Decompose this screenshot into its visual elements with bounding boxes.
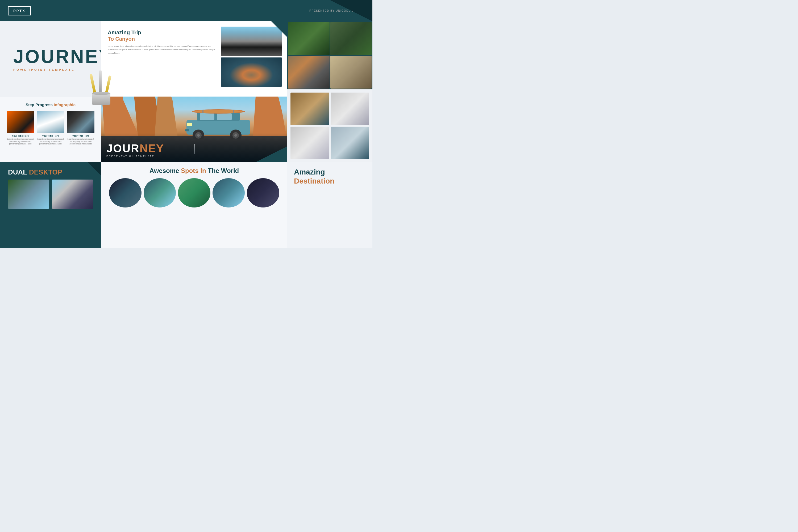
journey-title-panel: JOURNEY POWERPOINT TEMPLATE: [0, 21, 101, 97]
bottom-section: DUAL DESKTOP Awesome Spots In The World: [0, 162, 373, 248]
pptx-badge: PPTX: [8, 6, 31, 15]
step-desc-2: Loremipsumdolorsitametconsectet uer adip…: [37, 138, 64, 145]
travel-photos-grid: [287, 21, 373, 89]
corner-triangle: [271, 21, 287, 37]
dual-corner-decor: [88, 162, 101, 175]
svg-rect-15: [185, 129, 189, 131]
svg-rect-3: [217, 113, 232, 120]
spot-5: [247, 178, 279, 208]
property-img-1: [290, 93, 329, 125]
step-item-2: Your Title Here Loremipsumdolorsitametco…: [37, 111, 64, 145]
spots-images: [109, 178, 279, 208]
badge-label: PPTX: [8, 6, 31, 15]
spot-3: [178, 178, 210, 208]
spot-4: [212, 178, 245, 208]
svg-rect-13: [233, 110, 234, 113]
step-item-1: Your Title Here Loremipsumdolorsitametco…: [7, 111, 34, 145]
top-section: JOURNEY POWERPOINT TEMPLATE: [0, 21, 373, 162]
travel-photo-4: [330, 56, 372, 89]
trip-title-orange: To Canyon: [108, 36, 217, 42]
step-label-1: Your Title Here: [7, 135, 34, 137]
top-bar: PPTX PRESENTED BY UNICODE STUDIO: [0, 0, 373, 21]
dual-desktop-panel: DUAL DESKTOP: [0, 162, 101, 248]
step-desc-3: Loremipsumdolorsitametconsectet uer adip…: [67, 138, 94, 145]
journey-subtitle: POWERPOINT TEMPLATE: [13, 68, 88, 71]
amazing-title-line2: Destination: [294, 177, 366, 186]
step-progress-title: Step Progress Infographic: [7, 102, 94, 107]
property-img-4: [331, 127, 369, 159]
property-photos-grid: [287, 89, 373, 162]
trip-img-canyon: [221, 57, 282, 87]
step-desc-1: Loremipsumdolorsitametconsectet uer adip…: [7, 138, 34, 145]
svg-point-11: [194, 110, 242, 113]
spot-1: [109, 178, 141, 208]
property-img-2: [331, 93, 369, 125]
hero-corner: [255, 146, 287, 162]
journey-hero-panel: JOURNEY PRESENTATION TEMPLATE: [101, 97, 287, 163]
step-img-3: [67, 111, 94, 133]
awesome-spots-title: Awesome Spots In The World: [109, 167, 279, 174]
hero-title: JOURNEY: [107, 143, 164, 154]
awesome-spots-panel: Awesome Spots In The World: [101, 162, 287, 248]
top-right-triangle: [330, 0, 373, 21]
spot-2: [144, 178, 176, 208]
svg-rect-14: [187, 122, 192, 126]
hero-bg: JOURNEY PRESENTATION TEMPLATE: [101, 97, 287, 163]
journey-main-title: JOURNEY: [13, 48, 88, 66]
left-col: JOURNEY POWERPOINT TEMPLATE: [0, 21, 101, 162]
trip-text: Amazing Trip To Canyon Lorem ipsum dolor…: [108, 26, 217, 93]
right-col: [287, 21, 373, 162]
hero-subtitle: PRESENTATION TEMPLATE: [107, 155, 164, 157]
travel-photo-2: [330, 22, 372, 55]
trip-title-white: Amazing Trip: [108, 29, 217, 36]
step-label-2: Your Title Here: [37, 135, 64, 137]
amazing-title-line1: Amazing: [294, 168, 366, 177]
step-progress-panel: Step Progress Infographic Your Title Her…: [0, 97, 101, 162]
dual-img-1: [8, 179, 49, 209]
step-img-1: [7, 111, 34, 133]
trip-canyon-panel: Amazing Trip To Canyon Lorem ipsum dolor…: [101, 21, 287, 97]
amazing-dest-panel: Amazing Destination: [287, 162, 373, 248]
main-content: JOURNEY POWERPOINT TEMPLATE: [0, 21, 373, 248]
hero-text: JOURNEY PRESENTATION TEMPLATE: [107, 143, 164, 157]
property-img-3: [290, 127, 329, 159]
center-col: Amazing Trip To Canyon Lorem ipsum dolor…: [101, 21, 287, 162]
trip-body: Lorem ipsum dolor sit amet consectetuer …: [108, 45, 217, 55]
step-img-2: [37, 111, 64, 133]
svg-rect-12: [203, 110, 204, 113]
travel-photo-1: [288, 22, 329, 55]
dual-title: DUAL DESKTOP: [8, 168, 93, 176]
step-label-3: Your Title Here: [67, 135, 94, 137]
step-images-row: Your Title Here Loremipsumdolorsitametco…: [7, 111, 94, 145]
dual-images: [8, 179, 93, 209]
pencil-cup-decoration: [92, 81, 113, 105]
dual-img-2: [52, 179, 93, 209]
step-item-3: Your Title Here Loremipsumdolorsitametco…: [67, 111, 94, 145]
svg-rect-2: [200, 113, 214, 120]
travel-photo-3: [288, 56, 329, 89]
